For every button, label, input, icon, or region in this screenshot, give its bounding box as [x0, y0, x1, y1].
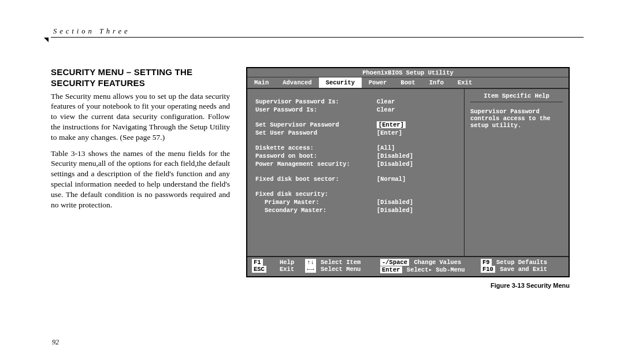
bios-field-label: Supervisor Password Is: — [255, 98, 377, 105]
header-rule — [51, 37, 584, 38]
bios-field-label: User Password Is: — [255, 106, 377, 113]
bios-body: Supervisor Password Is:ClearUser Passwor… — [247, 88, 569, 256]
bios-field-row[interactable]: Secondary Master:[Disabled] — [255, 207, 457, 214]
bios-field-label: Primary Master: — [255, 199, 377, 206]
row-spacer — [255, 138, 457, 143]
row-spacer — [255, 169, 457, 174]
bios-footer: F1 Help ↑↓ Select Item -/Space Change Va… — [247, 256, 569, 276]
bios-field-value: [All] — [377, 144, 457, 151]
bios-tab-power[interactable]: Power — [362, 77, 394, 88]
key-change: -/Space — [380, 259, 409, 266]
page-number: 92 — [52, 338, 59, 347]
footer-exit-label: Exit — [280, 266, 294, 273]
bios-field-label: Fixed disk security: — [255, 191, 377, 198]
bios-help-text: Supervisor Passwordcontrols access to th… — [470, 108, 563, 129]
bios-field-value: [Disabled] — [377, 161, 457, 168]
bios-tab-info[interactable]: Info — [422, 77, 451, 88]
bios-field-row[interactable]: Fixed disk boot sector:[Normal] — [255, 176, 457, 183]
bios-menubar: MainAdvancedSecurityPowerBootInfoExit — [247, 77, 569, 88]
bios-field-row[interactable]: Power Management security:[Disabled] — [255, 161, 457, 168]
bios-tab-security[interactable]: Security — [319, 77, 362, 88]
bios-field-value: [Normal] — [377, 176, 457, 183]
bios-field-value: [Disabled] — [377, 199, 457, 206]
bios-field-label: Password on boot: — [255, 153, 377, 159]
right-column: PhoenixBIOS Setup Utility MainAdvancedSe… — [246, 67, 584, 289]
key-f9: F9 — [481, 259, 492, 266]
bios-field-label: Set Supervisor Password — [255, 121, 377, 128]
bios-field-row[interactable]: Fixed disk security: — [255, 191, 457, 198]
bios-help-header: Item Specific Help — [470, 92, 563, 102]
key-updown: ↑↓ — [305, 259, 316, 266]
body-paragraph-1: The Security menu allows you to set up t… — [51, 91, 230, 143]
key-enter: Enter — [380, 266, 402, 273]
bios-field-row[interactable]: Diskette access:[All] — [255, 144, 457, 151]
row-spacer — [255, 114, 457, 120]
bios-field-value — [377, 191, 457, 198]
key-f10: F10 — [481, 266, 495, 273]
footer-select-submenu: Select▸ Sub-Menu — [407, 266, 465, 273]
bios-tab-advanced[interactable]: Advanced — [276, 77, 318, 88]
section-heading: SECURITY MENU – SETTING THE SECURITY FEA… — [51, 67, 230, 89]
row-spacer — [255, 184, 457, 190]
bios-field-value: [Disabled] — [377, 153, 457, 159]
bios-tab-exit[interactable]: Exit — [451, 77, 479, 88]
bios-field-row[interactable]: Set User Password[Enter] — [255, 129, 457, 136]
left-column: SECURITY MENU – SETTING THE SECURITY FEA… — [51, 67, 230, 289]
footer-change-values: Change Values — [414, 259, 461, 266]
bios-field-value: Clear — [377, 106, 457, 113]
bios-main-panel: Supervisor Password Is:ClearUser Passwor… — [247, 89, 465, 256]
bios-field-row[interactable]: Primary Master:[Disabled] — [255, 199, 457, 206]
bios-tab-boot[interactable]: Boot — [394, 77, 422, 88]
bios-help-line: setup utility. — [470, 122, 563, 129]
bios-help-line: controls access to the — [470, 115, 563, 122]
bios-field-value: [Enter] — [377, 121, 457, 128]
bios-screenshot: PhoenixBIOS Setup Utility MainAdvancedSe… — [246, 67, 570, 277]
bios-field-label: Power Management security: — [255, 161, 377, 168]
bios-field-label: Set User Password — [255, 129, 377, 136]
bios-field-value: [Disabled] — [377, 207, 457, 214]
content-area: SECURITY MENU – SETTING THE SECURITY FEA… — [51, 67, 584, 289]
footer-select-menu: Select Menu — [321, 266, 361, 273]
key-leftright: ←→ — [305, 266, 316, 273]
bios-field-value: Clear — [377, 98, 457, 105]
bios-field-label: Fixed disk boot sector: — [255, 176, 377, 183]
bios-help-panel: Item Specific Help Supervisor Passwordco… — [465, 89, 569, 256]
bios-title: PhoenixBIOS Setup Utility — [247, 68, 569, 77]
key-f1: F1 — [252, 259, 263, 266]
bios-field-row[interactable]: Set Supervisor Password[Enter] — [255, 121, 457, 128]
bios-field-row[interactable]: Supervisor Password Is:Clear — [255, 98, 457, 105]
key-esc: ESC — [252, 266, 266, 273]
bios-help-line: Supervisor Password — [470, 108, 563, 115]
bios-field-value: [Enter] — [377, 129, 457, 136]
bios-field-label: Diskette access: — [255, 144, 377, 151]
margin-triangle-icon — [44, 38, 49, 42]
bios-field-row[interactable]: Password on boot:[Disabled] — [255, 153, 457, 159]
page: Section Three SECURITY MENU – SETTING TH… — [0, 0, 624, 364]
body-paragraph-2: Table 3-13 shows the names of the menu f… — [51, 148, 230, 210]
section-label: Section Three — [53, 27, 134, 36]
footer-setup-defaults: Setup Defaults — [496, 259, 547, 266]
bios-tab-main[interactable]: Main — [247, 77, 276, 88]
footer-select-item: Select Item — [321, 259, 361, 266]
bios-field-label: Secondary Master: — [255, 207, 377, 214]
figure-caption: Figure 3-13 Security Menu — [246, 282, 570, 289]
footer-save-exit: Save and Exit — [500, 266, 547, 273]
footer-help-label: Help — [280, 259, 294, 266]
bios-field-row[interactable]: User Password Is:Clear — [255, 106, 457, 113]
